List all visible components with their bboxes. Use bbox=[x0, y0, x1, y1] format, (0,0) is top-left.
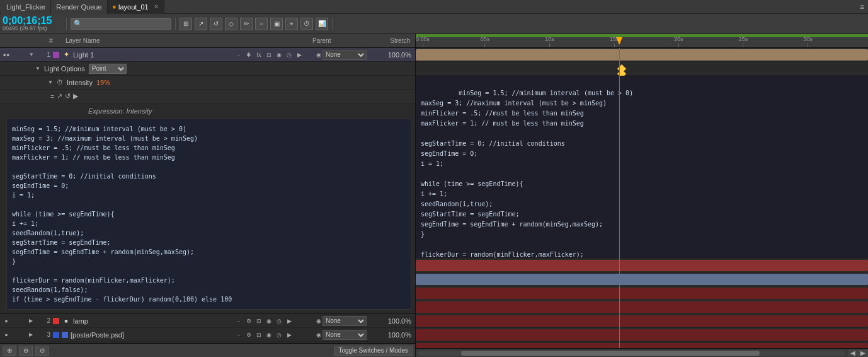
layer-3-expand-icon[interactable]: ▶ bbox=[29, 332, 38, 337]
track-1[interactable] bbox=[416, 48, 868, 62]
layer-2-vis-icon[interactable]: ● bbox=[1, 318, 11, 324]
layer-1-color bbox=[53, 52, 59, 58]
layer-1-expand-icon[interactable]: ▼ bbox=[29, 52, 38, 57]
layer-row-2[interactable]: ● ▶ 2 ■ lamp - ⚙ ⊡ ◉ ◷ ▶ ◉ None bbox=[0, 314, 415, 328]
tab-light-flicker[interactable]: Light_Flicker bbox=[1, 0, 51, 14]
layer-1-vis-icon[interactable]: ● bbox=[1, 52, 11, 58]
toolbar-btn-pen[interactable]: ✏ bbox=[240, 18, 253, 30]
toolbar-btn-circle[interactable]: ○ bbox=[255, 18, 268, 30]
layer-2-sw1[interactable]: - bbox=[234, 317, 243, 325]
layer-3-sw5[interactable]: ◷ bbox=[275, 331, 283, 339]
layer-1-parent-icon: ◉ bbox=[316, 52, 321, 58]
intensity-expand-icon[interactable]: ▼ bbox=[48, 79, 53, 85]
layer-3-stretch: 100.0% bbox=[373, 331, 414, 339]
layer-3-vis-icon[interactable]: ● bbox=[1, 332, 11, 338]
layer-2-type-icon: ■ bbox=[62, 317, 71, 325]
track-3[interactable] bbox=[416, 272, 868, 286]
toolbar-btn-rotate[interactable]: ↺ bbox=[210, 18, 222, 30]
toolbar-btn-clock[interactable]: ⏱ bbox=[300, 18, 313, 30]
ruler-mark-25s: 25s bbox=[739, 36, 748, 47]
bottom-toolbar: ⊕ ⊖ ⊙ Toggle Switches / Modes bbox=[0, 343, 415, 357]
layer-1-name[interactable]: Light 1 bbox=[73, 51, 234, 59]
intensity-label: Intensity bbox=[67, 79, 93, 86]
toolbar-btn-camera[interactable]: ⌖ bbox=[285, 18, 298, 30]
folder-btn[interactable]: ⊖ bbox=[19, 346, 33, 356]
expr-btn-4[interactable]: ▶ bbox=[73, 92, 78, 100]
scroll-left-btn[interactable]: ◀ bbox=[848, 349, 858, 356]
layer-3-sw1[interactable]: - bbox=[234, 331, 243, 339]
scroll-right-btn[interactable]: ▶ bbox=[858, 349, 868, 356]
layer-2-parent-select[interactable]: None bbox=[323, 316, 367, 326]
layer-2-name[interactable]: lamp bbox=[73, 317, 234, 325]
toolbar-btn-film[interactable]: ▣ bbox=[270, 18, 283, 30]
toggle-switches-btn[interactable]: Toggle Switches / Modes bbox=[334, 346, 413, 356]
layer-2-sw2[interactable]: ⚙ bbox=[244, 317, 253, 325]
track-5[interactable] bbox=[416, 300, 868, 314]
layer-1-stretch: 100.0% bbox=[373, 51, 414, 59]
track-7-bar bbox=[416, 329, 868, 341]
sw4-btn[interactable]: ⊡ bbox=[265, 50, 273, 59]
expr-btn-3[interactable]: ↺ bbox=[65, 92, 71, 100]
layer-3-parent: ◉ None bbox=[316, 330, 373, 340]
toolbar-btn-grid[interactable]: ⊞ bbox=[180, 18, 192, 30]
tab-layout01-indicator: ■ bbox=[113, 4, 116, 10]
search-input[interactable] bbox=[71, 18, 171, 30]
new-comp-btn[interactable]: ⊕ bbox=[3, 346, 16, 356]
layer-row-3[interactable]: ● ▶ 3 [poste/Poste.psd] - ⚙ ⊡ ◉ ◷ ▶ ◉ bbox=[0, 328, 415, 342]
toolbar-btn-shapes[interactable]: ◇ bbox=[225, 18, 237, 30]
track-3-bar bbox=[416, 274, 868, 285]
intensity-value[interactable]: 19% bbox=[96, 79, 110, 86]
sw1-btn[interactable]: - bbox=[234, 50, 243, 59]
scrollbar-thumb[interactable] bbox=[461, 351, 760, 356]
sw5-btn[interactable]: ◉ bbox=[275, 50, 283, 59]
light-options-expand-icon[interactable]: ▼ bbox=[35, 66, 40, 71]
layer-3-sw4[interactable]: ◉ bbox=[265, 331, 273, 339]
layer-2-sw6[interactable]: ▶ bbox=[285, 317, 294, 325]
time-display[interactable]: 0;00;16;15 bbox=[3, 16, 62, 26]
toolbar-btn-graph[interactable]: 📊 bbox=[316, 18, 328, 30]
track-6[interactable] bbox=[416, 314, 868, 328]
toolbar-separator-2 bbox=[175, 18, 176, 30]
main-area: # Layer Name Parent Stretch ● ▼ 1 ✦ Ligh… bbox=[0, 34, 868, 357]
left-panel: # Layer Name Parent Stretch ● ▼ 1 ✦ Ligh… bbox=[0, 34, 416, 357]
tab-render-queue[interactable]: Render Queue bbox=[51, 0, 107, 14]
layer-2-sw4[interactable]: ◉ bbox=[265, 317, 273, 325]
track-light-keyframe-1[interactable] bbox=[416, 62, 868, 76]
timeline-scrollbar[interactable]: ◀ ▶ bbox=[416, 348, 868, 357]
track-4[interactable] bbox=[416, 286, 868, 300]
layer-row-1[interactable]: ● ▼ 1 ✦ Light 1 - ✱ fx ⊡ ◉ ◷ ▶ ◉ bbox=[0, 48, 415, 62]
settings-btn[interactable]: ⊙ bbox=[35, 346, 49, 356]
layer-3-sw6[interactable]: ▶ bbox=[285, 331, 294, 339]
track-7[interactable] bbox=[416, 328, 868, 342]
layer-2-parent-icon: ◉ bbox=[316, 318, 321, 324]
light-type-select[interactable]: Point bbox=[89, 64, 127, 74]
sw7-btn[interactable]: ▶ bbox=[295, 50, 304, 59]
layer-3-sw2[interactable]: ⚙ bbox=[244, 331, 253, 339]
timeline-ruler[interactable]: 0:00s 05s 10s 15s 20s bbox=[416, 34, 868, 48]
layer-2-sw5[interactable]: ◷ bbox=[275, 317, 283, 325]
track-2[interactable] bbox=[416, 259, 868, 272]
layer-3-name[interactable]: [poste/Poste.psd] bbox=[71, 331, 234, 339]
track-6-bar bbox=[416, 315, 868, 327]
ruler-mark-10s: 10s bbox=[545, 36, 554, 47]
sw3-btn[interactable]: fx bbox=[254, 50, 263, 59]
layer-2-expand-icon[interactable]: ▶ bbox=[29, 318, 38, 324]
sw2-btn[interactable]: ✱ bbox=[244, 50, 253, 59]
expression-code[interactable]: minSeg = 1.5; //minimum interval (must b… bbox=[6, 119, 411, 310]
layer-3-sw3[interactable]: ⊡ bbox=[254, 331, 263, 339]
layer-2-color bbox=[53, 318, 59, 324]
layer-1-parent-select[interactable]: None bbox=[323, 50, 367, 60]
track-8[interactable] bbox=[416, 342, 868, 348]
tab-menu-icon[interactable]: ≡ bbox=[860, 3, 868, 11]
layer-2-sw3[interactable]: ⊡ bbox=[254, 317, 263, 325]
layer-3-parent-select[interactable]: None bbox=[323, 330, 367, 340]
toolbar-btn-arrow[interactable]: ↗ bbox=[195, 18, 207, 30]
layer-2-switches: - ⚙ ⊡ ◉ ◷ ▶ bbox=[234, 317, 316, 325]
expr-btn-2[interactable]: ↗ bbox=[57, 92, 62, 100]
tab-layout01[interactable]: ■ layout_01 ✕ bbox=[108, 0, 164, 14]
tab-close-icon[interactable]: ✕ bbox=[154, 3, 159, 10]
layer-3-num: 3 bbox=[38, 331, 50, 338]
expr-btn-1[interactable]: = bbox=[50, 93, 54, 100]
scrollbar-track[interactable] bbox=[418, 351, 845, 356]
sw6-btn[interactable]: ◷ bbox=[285, 50, 294, 59]
